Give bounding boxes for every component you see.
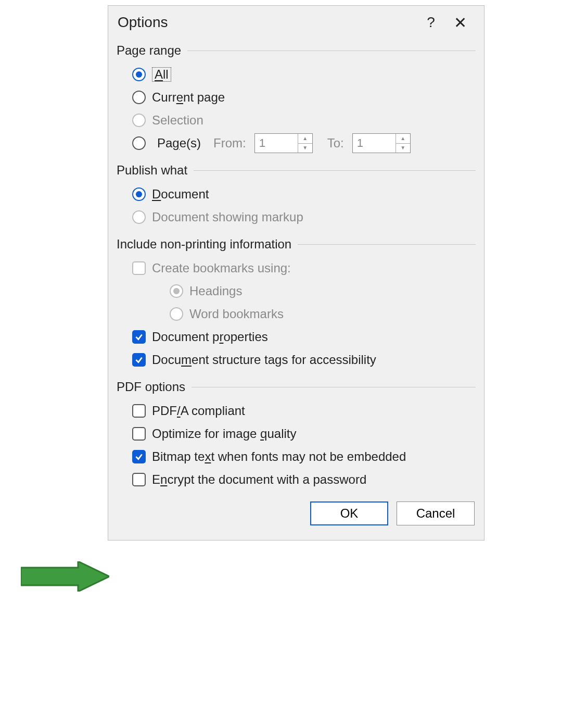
checkbox-encrypt[interactable]: Encrypt the document with a password Enc… bbox=[132, 468, 476, 491]
spin-up-icon[interactable]: ▲ bbox=[298, 134, 312, 143]
radio-headings: Headings bbox=[170, 280, 476, 303]
radio-all[interactable]: All All bbox=[132, 63, 476, 86]
from-value: 1 bbox=[255, 134, 298, 153]
publish-what-header: Publish what bbox=[117, 163, 194, 178]
spin-down-icon[interactable]: ▼ bbox=[298, 143, 312, 153]
radio-selection: Selection bbox=[132, 109, 476, 132]
spin-down-icon[interactable]: ▼ bbox=[396, 143, 410, 153]
divider bbox=[194, 170, 476, 171]
to-label: To: bbox=[327, 136, 344, 150]
help-button[interactable]: ? bbox=[416, 14, 445, 31]
checkbox-icon bbox=[132, 450, 146, 463]
radio-document-markup: Document showing markup bbox=[132, 206, 476, 229]
radio-word-bookmarks: Word bookmarks bbox=[170, 303, 476, 325]
radio-pages[interactable]: Page(s) Page(s) From: 1 ▲ ▼ To: 1 bbox=[132, 132, 476, 155]
svg-marker-0 bbox=[21, 561, 109, 592]
close-button[interactable]: ✕ bbox=[445, 14, 475, 32]
page-range-header: Page range bbox=[117, 43, 187, 58]
checkbox-icon bbox=[132, 473, 146, 486]
dialog-title: Options bbox=[118, 14, 416, 31]
divider bbox=[298, 244, 476, 245]
radio-icon bbox=[132, 187, 146, 201]
checkbox-icon bbox=[132, 427, 146, 441]
radio-icon bbox=[132, 91, 146, 104]
options-dialog: Options ? ✕ Page range All All Current p… bbox=[108, 5, 484, 541]
spin-up-icon[interactable]: ▲ bbox=[396, 134, 410, 143]
radio-document[interactable]: Document Document bbox=[132, 183, 476, 206]
checkbox-structure-tags[interactable]: Document structure tags for accessibilit… bbox=[132, 348, 476, 371]
titlebar: Options ? ✕ bbox=[108, 6, 484, 39]
checkbox-create-bookmarks: Create bookmarks using: bbox=[132, 257, 476, 280]
ok-button[interactable]: OK bbox=[310, 501, 388, 525]
annotation-arrow-icon bbox=[21, 561, 109, 592]
to-value: 1 bbox=[353, 134, 396, 153]
cancel-button[interactable]: Cancel bbox=[397, 501, 475, 525]
checkbox-icon bbox=[132, 353, 146, 367]
radio-icon bbox=[132, 68, 146, 81]
divider bbox=[192, 387, 476, 387]
checkbox-optimize-image[interactable]: Optimize for image quality Optimize for … bbox=[132, 422, 476, 445]
from-spinner[interactable]: 1 ▲ ▼ bbox=[254, 133, 313, 153]
checkbox-bitmap-text[interactable]: Bitmap text when fonts may not be embedd… bbox=[132, 445, 476, 468]
checkbox-pdfa[interactable]: PDF/A compliant PDF/A compliant bbox=[132, 399, 476, 422]
radio-icon bbox=[132, 114, 146, 127]
radio-icon bbox=[132, 136, 146, 150]
radio-current-page[interactable]: Current page Current page bbox=[132, 86, 476, 109]
checkbox-icon bbox=[132, 404, 146, 418]
pdf-options-header: PDF options bbox=[117, 380, 192, 394]
checkbox-doc-properties[interactable]: Document properties Document properties bbox=[132, 325, 476, 348]
divider bbox=[187, 51, 476, 51]
radio-icon bbox=[170, 307, 183, 321]
radio-icon bbox=[170, 284, 183, 298]
from-label: From: bbox=[213, 136, 246, 150]
to-spinner[interactable]: 1 ▲ ▼ bbox=[352, 133, 411, 153]
checkbox-icon bbox=[132, 261, 146, 275]
nonprinting-header: Include non-printing information bbox=[117, 237, 298, 252]
checkbox-icon bbox=[132, 330, 146, 344]
radio-icon bbox=[132, 210, 146, 224]
